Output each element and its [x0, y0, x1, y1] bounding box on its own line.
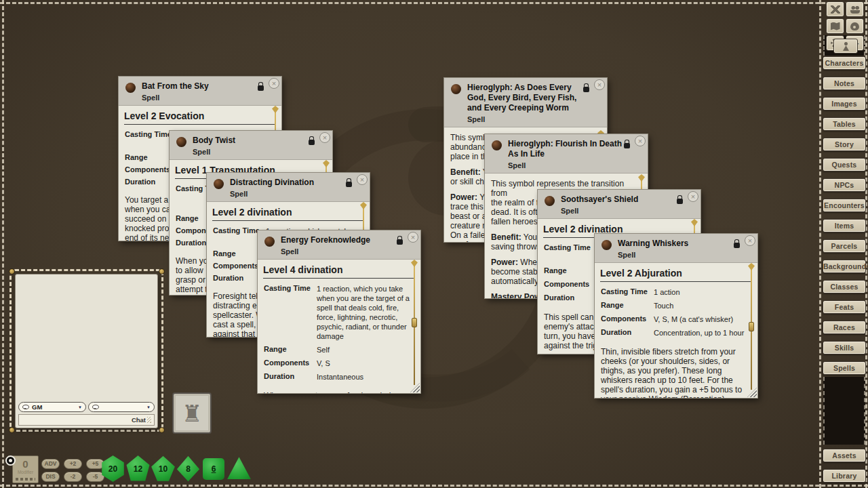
dice-tower-button[interactable]: ♜: [172, 392, 212, 434]
die-d8[interactable]: 8: [176, 455, 201, 482]
close-icon[interactable]: ×: [594, 79, 605, 90]
die-d12[interactable]: 12: [125, 455, 151, 482]
sidebar-left-stitch: [819, 0, 821, 488]
die-face: 20: [108, 464, 117, 474]
window-titlebar[interactable]: Distracting DivinationSpell×: [207, 173, 370, 202]
spell-orb-icon: [176, 137, 186, 147]
chat-resize-grip[interactable]: [147, 417, 151, 423]
spell-window-warning-whiskers[interactable]: Warning WhiskersSpell×Level 2 Abjuration…: [595, 234, 757, 398]
sidebar-item-characters[interactable]: Characters: [823, 56, 866, 70]
sidebar-item-encounters[interactable]: Encounters: [823, 199, 866, 212]
window-titlebar[interactable]: Soothsayer's ShieldSpell×: [538, 190, 701, 219]
chat-target-dropdown[interactable]: ▼: [88, 402, 155, 412]
lock-icon[interactable]: [309, 140, 315, 145]
modifier-label: Modifier: [13, 470, 38, 474]
lock-icon[interactable]: [624, 143, 630, 148]
close-icon[interactable]: ×: [745, 235, 755, 246]
lock-icon[interactable]: [346, 182, 352, 187]
palette-icon-button[interactable]: [846, 18, 864, 34]
chat-window[interactable]: GM ▼ ▼ Chat: [15, 274, 158, 428]
spell-window-energy-foreknowledge[interactable]: Energy ForeknowledgeSpell×Level 4 divina…: [258, 230, 420, 393]
window-title: Body Twist: [193, 136, 312, 146]
sidebar-item-story[interactable]: Story: [823, 138, 866, 151]
die-d10[interactable]: 10: [151, 455, 176, 482]
sidebar-item-notes[interactable]: Notes: [823, 77, 866, 90]
players-icon-button[interactable]: [846, 1, 864, 17]
window-titlebar[interactable]: Body TwistSpell×: [170, 131, 332, 160]
stat-row: DurationInstantaneous: [264, 372, 410, 382]
die-d4[interactable]: [226, 455, 252, 482]
sidebar-item-feats[interactable]: Feats: [823, 300, 866, 314]
chat-speaker-dropdown[interactable]: GM ▼: [18, 402, 86, 412]
stat-row: RangeSelf: [264, 345, 410, 354]
sidebar-item-parcels[interactable]: Parcels: [823, 239, 866, 253]
die-d6[interactable]: 6: [203, 458, 224, 480]
dice-row: 20121086: [100, 455, 252, 482]
window-subtitle: Spell: [467, 115, 587, 123]
lock-icon[interactable]: [677, 199, 683, 204]
stat-row: RangeTouch: [601, 301, 747, 310]
stat-row: DurationConcentration, up to 1 hour: [601, 328, 747, 338]
roll-button-dis[interactable]: DIS: [41, 472, 60, 482]
lock-icon[interactable]: [734, 243, 740, 248]
window-titlebar[interactable]: Hieroglyph: Flourish In Death As In Life…: [485, 134, 648, 174]
vtt-desktop: { "glyphs": { "close": "×", "dropdown_ar…: [0, 0, 868, 488]
window-subtitle: Spell: [142, 94, 261, 102]
modifier-box[interactable]: 0 Modifier: [12, 455, 39, 483]
scrollbar-knob[interactable]: [412, 318, 417, 327]
sidebar-item-library[interactable]: Library: [823, 469, 866, 483]
sidebar-item-skills[interactable]: Skills: [823, 341, 866, 354]
window-title: Warning Whiskers: [618, 239, 737, 249]
window-titlebar[interactable]: Bat From the SkySpell×: [119, 77, 281, 106]
close-icon[interactable]: ×: [688, 191, 698, 202]
scrollbar[interactable]: [749, 269, 755, 390]
sidebar-item-tables[interactable]: Tables: [823, 117, 866, 131]
sidebar-item-images[interactable]: Images: [823, 97, 866, 110]
die-d20[interactable]: 20: [100, 455, 125, 482]
die-face: 8: [186, 464, 191, 474]
stat-row: ComponentsV, S: [264, 359, 410, 368]
roll-button-adv[interactable]: ADV: [41, 459, 60, 469]
sidebar-item-spells[interactable]: Spells: [823, 361, 866, 375]
close-icon[interactable]: ×: [408, 232, 418, 243]
window-titlebar[interactable]: Energy ForeknowledgeSpell×: [258, 230, 420, 260]
scrollbar-knob[interactable]: [749, 322, 754, 331]
lock-icon[interactable]: [258, 85, 264, 91]
close-icon[interactable]: ×: [635, 136, 646, 146]
window-title: Hieroglyph: As Does Every God, Every Bir…: [467, 83, 587, 113]
roll-button-plus2[interactable]: +2: [64, 459, 82, 469]
sidebar-item-assets[interactable]: Assets: [823, 449, 866, 462]
window-titlebar[interactable]: Warning WhiskersSpell×: [595, 234, 757, 263]
map-icon-button[interactable]: [826, 18, 844, 34]
sidebar-item-classes[interactable]: Classes: [823, 280, 866, 293]
grommet: [9, 268, 15, 274]
scrollbar[interactable]: [412, 266, 418, 385]
spell-level: Level 2 divination: [212, 202, 364, 221]
spell-description: Thin, invisible fibers stretch from your…: [595, 342, 757, 398]
sidebar-ribbon: [823, 377, 865, 445]
die-face: 10: [159, 464, 167, 474]
target-radial-icon[interactable]: [5, 455, 16, 466]
sidebar-item-backgrounds[interactable]: Backgrounds: [823, 260, 866, 273]
chat-input[interactable]: Chat: [18, 414, 155, 426]
sidebar-item-quests[interactable]: Quests: [823, 158, 866, 171]
grommet: [9, 427, 15, 433]
window-subtitle: Spell: [193, 148, 312, 156]
sidebar-item-items[interactable]: Items: [823, 219, 866, 232]
close-icon[interactable]: ×: [357, 174, 368, 185]
lock-icon[interactable]: [583, 87, 589, 92]
lock-icon[interactable]: [397, 239, 403, 245]
character-icon-button[interactable]: [833, 39, 858, 54]
stat-row: Casting Time1 reaction, which you take w…: [264, 284, 410, 341]
roll-modifier-buttons: ADV+2+5DIS-2-5: [41, 459, 104, 482]
spell-description: When you cast energy foreknowledge, you …: [258, 386, 420, 393]
close-icon[interactable]: ×: [319, 132, 330, 143]
players-icon: [850, 5, 860, 14]
roll-button-minus2[interactable]: -2: [64, 472, 82, 482]
sidebar-item-npcs[interactable]: NPCs: [823, 178, 866, 192]
crossed-tools-icon-button[interactable]: [826, 1, 844, 17]
sidebar-item-races[interactable]: Races: [823, 321, 866, 334]
window-title: Soothsayer's Shield: [561, 195, 680, 205]
close-icon[interactable]: ×: [269, 78, 279, 89]
window-titlebar[interactable]: Hieroglyph: As Does Every God, Every Bir…: [444, 78, 607, 127]
